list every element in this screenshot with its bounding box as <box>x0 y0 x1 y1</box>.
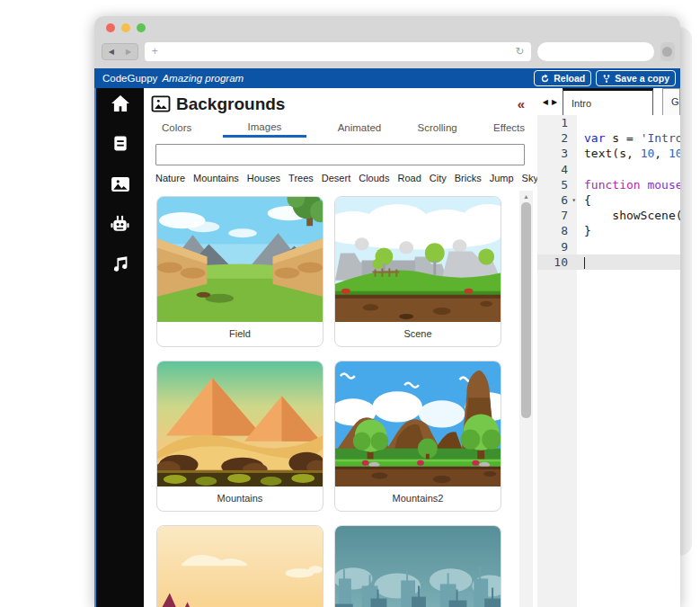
line-number: 2 <box>537 130 577 146</box>
code-line[interactable]: 1 <box>537 115 680 130</box>
scrollbar-thumb[interactable] <box>521 202 531 418</box>
code-text: { <box>577 192 591 208</box>
code-text <box>577 162 584 177</box>
code-text: function mouse <box>577 177 680 192</box>
collapse-panel-button[interactable]: « <box>518 96 528 112</box>
card-label: Field <box>157 322 323 339</box>
brand-name: CodeGuppy <box>102 73 157 84</box>
line-number: 6▾ <box>537 192 577 208</box>
music-icon[interactable] <box>110 254 131 275</box>
code-line[interactable]: 4 <box>537 162 680 177</box>
code-line[interactable]: 7 showScene( <box>537 208 680 223</box>
save-copy-button[interactable]: Save a copy <box>596 70 676 86</box>
panel-tabs: ColorsImagesAnimatedScrollingEffects <box>144 115 537 138</box>
reload-button[interactable]: Reload <box>534 70 591 86</box>
panel-scrollbar[interactable]: ▲ <box>519 191 533 607</box>
category-link-clouds[interactable]: Clouds <box>359 173 389 183</box>
close-traffic-light-icon[interactable] <box>106 23 115 32</box>
fork-icon <box>602 74 611 84</box>
line-number: 3 <box>537 146 577 161</box>
url-bar[interactable]: + ↻ <box>145 42 532 61</box>
robot-icon[interactable] <box>110 214 131 235</box>
browser-window: ◀ ▶ + ↻ CodeGuppy Amazing program Reload <box>94 16 680 607</box>
tab-scroll-right-icon[interactable]: ▶ <box>552 98 557 106</box>
category-link-houses[interactable]: Houses <box>247 173 280 183</box>
field-thumbnail <box>157 197 323 322</box>
home-icon[interactable] <box>110 93 131 113</box>
reload-label: Reload <box>554 73 585 84</box>
book-icon[interactable] <box>110 133 131 154</box>
app-brand: CodeGuppy Amazing program <box>102 73 244 84</box>
code-line[interactable]: 8} <box>537 223 680 238</box>
code-line[interactable]: 6▾{ <box>537 192 680 208</box>
background-card-city[interactable] <box>334 525 501 607</box>
background-card-field[interactable]: Field <box>156 196 323 347</box>
code-line[interactable]: 3text(s, 10, 10 <box>537 146 680 161</box>
background-card-scene[interactable]: Scene <box>334 196 501 347</box>
line-number: 1 <box>537 115 577 130</box>
panel-title: Backgrounds <box>176 94 518 114</box>
category-link-trees[interactable]: Trees <box>288 173 314 183</box>
app-header: CodeGuppy Amazing program Reload Save a … <box>94 68 680 88</box>
profile-button[interactable] <box>660 42 676 61</box>
code-text: } <box>577 223 591 238</box>
sidebar <box>94 88 144 607</box>
image-icon[interactable] <box>110 174 131 194</box>
line-number: 5 <box>537 177 577 192</box>
city-thumbnail <box>335 526 501 607</box>
line-number: 4 <box>537 162 577 177</box>
back-button[interactable]: ◀ <box>109 48 114 56</box>
backgrounds-search-input[interactable] <box>155 144 525 165</box>
code-line[interactable]: 2var s = 'Intro <box>537 130 680 146</box>
fold-arrow-icon[interactable]: ▾ <box>572 192 576 208</box>
editor-tab-intro[interactable]: Intro <box>563 88 653 115</box>
category-links: NatureMountainsHousesTreesDesertCloudsRo… <box>155 173 526 183</box>
tab-animated[interactable]: Animated <box>332 120 387 138</box>
tab-scrolling[interactable]: Scrolling <box>412 120 463 138</box>
background-card-sunset[interactable] <box>156 525 323 607</box>
backgrounds-panel: Backgrounds « ColorsImagesAnimatedScroll… <box>144 88 537 607</box>
code-line[interactable]: 5function mouse <box>537 177 680 192</box>
browser-search-field[interactable] <box>537 42 653 61</box>
mountains2-thumbnail <box>335 362 501 486</box>
backgrounds-panel-icon <box>151 95 171 112</box>
tab-scroll-left-icon[interactable]: ◀ <box>543 98 548 106</box>
category-link-jump[interactable]: Jump <box>490 173 514 183</box>
tab-colors[interactable]: Colors <box>156 120 197 138</box>
code-text <box>577 239 584 254</box>
tab-effects[interactable]: Effects <box>488 120 530 138</box>
save-copy-label: Save a copy <box>615 73 669 84</box>
background-card-mountains2[interactable]: Mountains2 <box>334 361 501 512</box>
editor-tab-game[interactable]: Gar <box>662 88 680 115</box>
minimize-traffic-light-icon[interactable] <box>121 23 130 32</box>
category-link-city[interactable]: City <box>430 173 447 183</box>
refresh-icon[interactable]: ↻ <box>515 45 524 58</box>
code-editor: ◀ ▶ Intro Gar 12var s = 'Intro3text(s, 1… <box>537 88 680 607</box>
category-link-mountains[interactable]: Mountains <box>193 173 239 183</box>
scroll-up-icon[interactable]: ▲ <box>519 193 533 200</box>
category-link-road[interactable]: Road <box>397 173 421 183</box>
line-number: 7 <box>537 208 577 223</box>
profile-icon <box>662 47 672 57</box>
tab-scroll-arrows: ◀ ▶ <box>537 88 563 115</box>
brand-subtitle: Amazing program <box>162 73 244 84</box>
browser-toolbar: ◀ ▶ + ↻ <box>94 40 680 68</box>
window-titlebar <box>94 16 680 40</box>
forward-button[interactable]: ▶ <box>126 48 131 56</box>
line-number: 8 <box>537 223 577 238</box>
category-link-nature[interactable]: Nature <box>155 173 185 183</box>
category-link-sky[interactable]: Sky <box>522 173 537 183</box>
code-area[interactable]: 12var s = 'Intro3text(s, 10, 1045functio… <box>537 115 680 607</box>
code-line[interactable]: 9 <box>537 239 680 254</box>
card-label: Mountains2 <box>335 486 501 504</box>
text-cursor <box>584 257 585 269</box>
code-line[interactable]: 10 <box>537 254 680 270</box>
code-text: showScene( <box>577 208 680 223</box>
category-link-bricks[interactable]: Bricks <box>455 173 482 183</box>
tab-images[interactable]: Images <box>223 119 307 138</box>
card-label: Mountains <box>157 486 323 504</box>
category-link-desert[interactable]: Desert <box>322 173 350 183</box>
maximize-traffic-light-icon[interactable] <box>137 23 146 32</box>
background-card-mountains[interactable]: Mountains <box>156 361 323 512</box>
line-number: 10 <box>537 254 577 270</box>
